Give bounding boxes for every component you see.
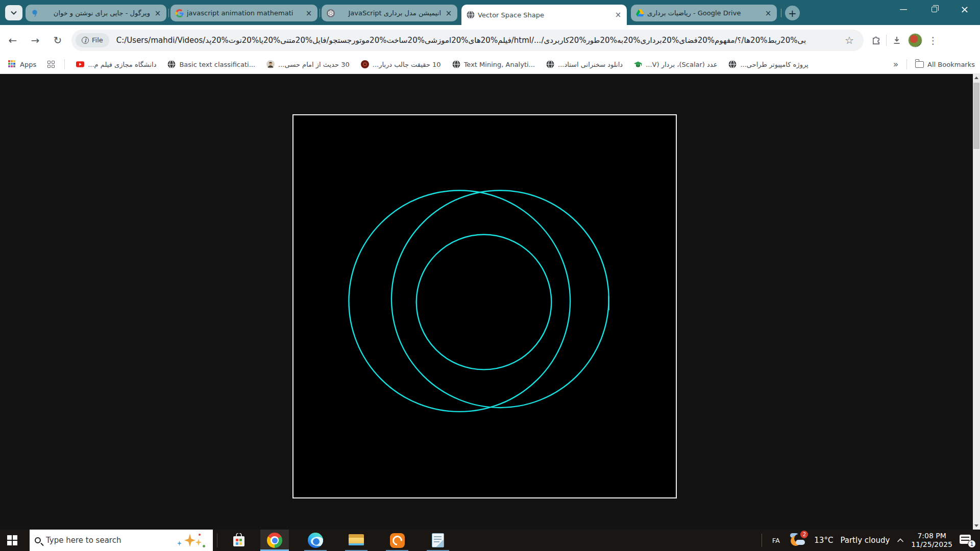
taskbar-search-box[interactable]: Type here to search	[30, 530, 213, 551]
taskbar-microsoft-store[interactable]	[225, 530, 253, 551]
profile-avatar[interactable]	[908, 33, 922, 47]
url-text[interactable]: C:/Users/mahdi/Videos/فیلم%20های%20اموزش…	[116, 36, 835, 45]
scrollbar-down-button[interactable]	[973, 522, 980, 530]
apps-grid-icon	[8, 60, 16, 68]
bookmarks-separator	[64, 59, 65, 69]
google-drive-icon	[636, 9, 644, 17]
triangle-down-icon	[974, 524, 978, 527]
bookmark-item[interactable]: 30 حدیث از امام حسی...	[266, 60, 350, 68]
tab-vector-space-shape[interactable]: Vector Space Shape ×	[461, 5, 627, 25]
clock-date: 11/25/2025	[911, 540, 952, 549]
taskbar-separator	[217, 533, 217, 547]
apps-shortcut[interactable]: Apps	[8, 60, 36, 68]
tab-close-icon[interactable]: ×	[614, 10, 623, 19]
bookmark-label: 10 حقیقت جالب دربار...	[373, 61, 441, 68]
tab-google-drive[interactable]: ریاضیات برداری - Google Drive ×	[631, 5, 777, 21]
screen: ویرگول - جایی برای نوشتن و خوان × javasc…	[0, 0, 980, 551]
notepad-icon	[432, 533, 444, 547]
windows-taskbar: Type here to search	[0, 530, 980, 551]
tab-close-icon[interactable]: ×	[764, 9, 773, 18]
openai-icon	[327, 9, 335, 17]
globe-icon	[167, 60, 176, 68]
tab-virgool[interactable]: ویرگول - جایی برای نوشتن و خوان ×	[26, 5, 166, 21]
start-button[interactable]	[0, 530, 24, 551]
taskbar-eitaa[interactable]	[383, 530, 411, 551]
bookmark-label: دانلود سخنرانی استاد...	[558, 61, 623, 68]
bookmark-item[interactable]: دانلود سخنرانی استاد...	[546, 60, 623, 68]
edge-icon	[308, 533, 323, 548]
new-tab-button[interactable]: +	[785, 6, 800, 20]
bookmark-label: Text Mining, Analyti...	[464, 61, 535, 68]
bookmarks-right-group: » All Bookmarks	[893, 55, 975, 73]
taskbar-chrome[interactable]	[260, 530, 289, 551]
address-bar[interactable]: i File C:/Users/mahdi/Videos/فیلم%20های%…	[71, 30, 864, 51]
bookmark-item[interactable]: Basic text classificati...	[167, 60, 255, 68]
system-tray: FA 2 13°C Partly cloudy 7:08 PM 11/25/20…	[762, 530, 980, 551]
all-bookmarks-button[interactable]: All Bookmarks	[915, 61, 975, 68]
tab-strip: ویرگول - جایی برای نوشتن و خوان × javasc…	[0, 0, 980, 25]
virgool-icon	[31, 9, 39, 17]
close-button[interactable]: ×	[949, 0, 980, 18]
downloads-icon[interactable]	[890, 36, 904, 45]
tab-separator	[781, 9, 781, 17]
info-icon: i	[82, 37, 89, 44]
browser-toolbar: ← → ↻ i File C:/Users/mahdi/Videos/فیلم%…	[0, 25, 980, 55]
minimize-button[interactable]: —	[888, 0, 919, 18]
tab-separator	[320, 9, 320, 17]
taskbar-notepad[interactable]	[424, 530, 452, 551]
apps-label: Apps	[20, 61, 36, 68]
grid-icon	[47, 61, 55, 68]
globe-icon	[467, 11, 475, 19]
bookmark-item[interactable]: Text Mining, Analyti...	[452, 60, 535, 68]
forward-button[interactable]: →	[26, 31, 45, 50]
bookmarks-overflow-button[interactable]: »	[893, 59, 898, 69]
scrollbar-up-button[interactable]	[973, 74, 980, 82]
shape-canvas[interactable]	[292, 114, 677, 498]
portrait-icon	[266, 60, 275, 68]
back-button[interactable]: ←	[3, 31, 22, 50]
taskbar-clock[interactable]: 7:08 PM 11/25/2025	[911, 532, 952, 549]
reading-list-grid-button[interactable]	[47, 61, 55, 68]
chevron-down-icon	[11, 11, 17, 15]
notification-badge: 1	[968, 540, 976, 548]
globe-icon	[452, 60, 460, 68]
globe-icon	[728, 60, 737, 68]
bookmark-item[interactable]: 10 حقیقت جالب دربار...	[361, 60, 441, 68]
language-indicator[interactable]: FA	[769, 537, 782, 544]
tray-chevron-up-icon[interactable]	[897, 538, 904, 543]
bookmark-label: 30 حدیث از امام حسی...	[278, 61, 350, 68]
taskbar-edge[interactable]	[301, 530, 330, 551]
tab-close-icon[interactable]: ×	[304, 9, 313, 18]
menu-kebab-icon[interactable]: ⋮	[926, 35, 940, 46]
tab-search-button[interactable]	[5, 5, 22, 20]
triangle-up-icon	[974, 77, 978, 79]
tab-close-icon[interactable]: ×	[444, 9, 453, 18]
tab-chatgpt[interactable]: انیمیشن مدل برداری JavaScript ×	[322, 5, 457, 21]
file-explorer-icon	[349, 534, 364, 546]
extensions-icon[interactable]	[869, 35, 883, 45]
youtube-icon	[76, 60, 84, 68]
reload-button[interactable]: ↻	[48, 31, 67, 50]
site-chip-label: File	[92, 36, 103, 44]
search-placeholder: Type here to search	[46, 536, 121, 545]
bookmark-item[interactable]: عدد (Scalar)، بردار (V...	[634, 60, 717, 68]
bookmark-item[interactable]: پروژه کامپیوتر طراحی...	[728, 60, 808, 68]
weather-icon[interactable]: 2	[790, 533, 807, 548]
action-center-button[interactable]: 1	[960, 534, 975, 547]
search-highlights-sparkle-icon[interactable]	[175, 533, 206, 548]
bookmark-star-icon[interactable]: ☆	[842, 34, 856, 46]
site-info-chip[interactable]: i File	[76, 33, 109, 47]
maximize-button[interactable]	[919, 0, 949, 18]
minimize-icon: —	[900, 5, 908, 14]
bookmark-item[interactable]: دانشگاه مجازی فیلم م...	[76, 60, 156, 68]
tab-close-icon[interactable]: ×	[153, 9, 162, 18]
weather-condition[interactable]: Partly cloudy	[840, 536, 890, 545]
eitaa-icon	[390, 533, 405, 548]
tab-google-search[interactable]: javascript animation mathemati ×	[170, 5, 317, 21]
scrollbar-thumb[interactable]	[973, 83, 979, 149]
weather-temperature[interactable]: 13°C	[814, 536, 833, 545]
page-scrollbar[interactable]	[973, 74, 980, 530]
bookmarks-separator	[906, 59, 907, 69]
taskbar-file-explorer[interactable]	[342, 530, 371, 551]
graduation-cap-icon	[634, 60, 642, 68]
